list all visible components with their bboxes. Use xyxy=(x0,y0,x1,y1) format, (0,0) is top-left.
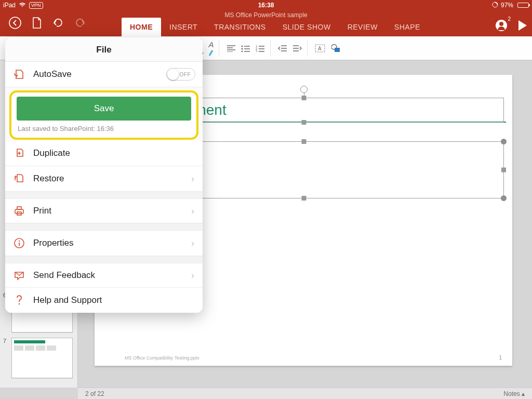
svg-point-1 xyxy=(9,17,21,29)
properties-row[interactable]: Properties › xyxy=(5,231,203,256)
save-button[interactable]: Save xyxy=(17,97,191,121)
tab-transitions[interactable]: TRANSITIONS xyxy=(206,18,274,36)
present-button[interactable] xyxy=(518,20,527,31)
vpn-badge: VPN xyxy=(29,2,43,9)
resize-handle[interactable] xyxy=(501,195,507,201)
resize-handle[interactable] xyxy=(501,139,507,144)
account-button[interactable]: 2 xyxy=(496,20,507,31)
autosave-label: AutoSave xyxy=(33,69,72,79)
help-row[interactable]: Help and Support xyxy=(5,288,203,313)
autosave-toggle[interactable]: OFF xyxy=(166,68,195,81)
account-badge: 2 xyxy=(508,16,511,22)
page-indicator: 2 of 22 xyxy=(85,390,104,397)
sync-icon xyxy=(492,2,498,9)
svg-point-3 xyxy=(242,45,243,47)
align-button[interactable] xyxy=(227,45,236,52)
autosave-icon xyxy=(14,69,25,80)
slide-number: 1 xyxy=(499,355,502,361)
duplicate-icon xyxy=(14,148,25,159)
print-icon xyxy=(14,206,25,216)
textbox-button[interactable]: A xyxy=(315,44,325,52)
svg-text:3: 3 xyxy=(256,50,258,52)
restore-row[interactable]: Restore › xyxy=(5,166,203,192)
save-highlight: Save Last saved to SharePoint: 16:36 xyxy=(9,90,198,140)
feedback-row[interactable]: Send Feedback › xyxy=(5,263,203,288)
svg-point-16 xyxy=(19,241,20,242)
resize-handle[interactable] xyxy=(302,196,307,201)
rotate-handle[interactable] xyxy=(300,86,308,93)
battery-percent: 97% xyxy=(501,2,513,9)
print-row[interactable]: Print › xyxy=(5,199,203,223)
app-header: MS Office PowerPoint sample HOME INSERT … xyxy=(0,10,532,36)
resize-handle[interactable] xyxy=(302,96,307,100)
properties-label: Properties xyxy=(33,238,73,248)
numbering-button[interactable]: 123 xyxy=(256,45,265,52)
autosave-row[interactable]: AutoSave OFF xyxy=(5,62,203,87)
tab-insert[interactable]: INSERT xyxy=(161,18,206,36)
ios-status-bar: iPad VPN 16:38 97% xyxy=(0,0,532,10)
help-icon xyxy=(14,295,25,306)
feedback-icon xyxy=(14,270,25,281)
thumb-number: 7 xyxy=(3,338,6,344)
notes-toggle[interactable]: Notes ▴ xyxy=(503,390,525,397)
slide-footer: MS Office Compatibility Testing.pptx xyxy=(125,355,200,361)
resize-handle[interactable] xyxy=(302,139,307,144)
resize-handle[interactable] xyxy=(501,168,506,172)
help-label: Help and Support xyxy=(33,295,102,305)
tab-slideshow[interactable]: SLIDE SHOW xyxy=(274,18,339,36)
svg-point-4 xyxy=(242,48,243,49)
duplicate-label: Duplicate xyxy=(33,148,70,158)
redo-button[interactable] xyxy=(74,18,86,31)
chevron-right-icon: › xyxy=(191,238,194,249)
indent-button[interactable] xyxy=(292,45,302,52)
popover-title: File xyxy=(5,37,203,62)
clock: 16:38 xyxy=(258,2,274,9)
svg-text:A: A xyxy=(318,46,322,51)
outdent-button[interactable] xyxy=(278,45,287,52)
file-menu-popover: File AutoSave OFF Save Last saved to Sha… xyxy=(5,37,203,313)
svg-rect-12 xyxy=(15,209,23,214)
chevron-right-icon: › xyxy=(191,270,194,281)
last-saved-label: Last saved to SharePoint: 16:36 xyxy=(14,125,194,137)
svg-point-5 xyxy=(242,50,243,52)
svg-point-17 xyxy=(19,303,20,305)
print-label: Print xyxy=(33,206,51,216)
shapes-button[interactable] xyxy=(330,44,341,53)
chevron-right-icon: › xyxy=(191,206,194,217)
resize-handle[interactable] xyxy=(302,120,307,125)
status-strip: 2 of 22 Notes ▴ xyxy=(78,388,532,399)
feedback-label: Send Feedback xyxy=(33,270,95,281)
wifi-icon xyxy=(19,2,26,9)
thumbnail[interactable] xyxy=(11,338,73,378)
info-icon xyxy=(14,237,25,249)
bullets-button[interactable] xyxy=(241,45,250,52)
device-label: iPad xyxy=(3,2,16,9)
restore-icon xyxy=(14,173,25,184)
svg-rect-13 xyxy=(17,207,21,209)
highlight-button[interactable]: A xyxy=(208,40,214,57)
duplicate-row[interactable]: Duplicate xyxy=(5,141,203,166)
tab-review[interactable]: REVIEW xyxy=(339,18,386,36)
tab-shape[interactable]: SHAPE xyxy=(386,18,429,36)
chevron-right-icon: › xyxy=(191,174,194,184)
tab-home[interactable]: HOME xyxy=(122,18,161,36)
svg-rect-11 xyxy=(335,48,340,52)
restore-label: Restore xyxy=(33,174,64,184)
undo-button[interactable] xyxy=(52,18,64,31)
battery-icon xyxy=(516,3,529,8)
